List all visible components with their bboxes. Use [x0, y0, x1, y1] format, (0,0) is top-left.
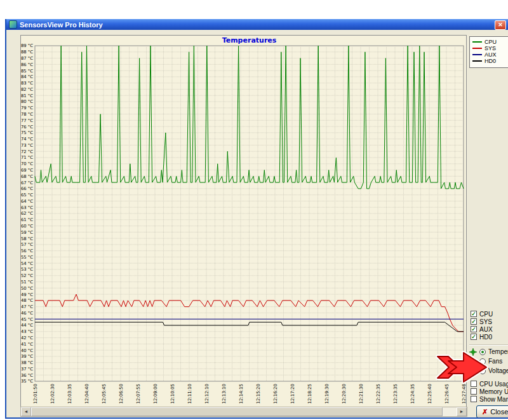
svg-text:12:13:10: 12:13:10	[222, 384, 227, 403]
svg-text:63 °C: 63 °C	[21, 205, 33, 210]
svg-text:89 °C: 89 °C	[21, 43, 33, 48]
radio-label: Fans	[488, 358, 502, 365]
svg-text:57 °C: 57 °C	[21, 242, 33, 247]
legend-label: SYS	[485, 45, 496, 51]
svg-text:12:17:20: 12:17:20	[290, 384, 295, 403]
cpu-checkbox[interactable]	[471, 311, 477, 317]
svg-text:12:23:35: 12:23:35	[393, 384, 398, 403]
svg-text:Temperatures: Temperatures	[222, 36, 277, 44]
svg-text:48 °C: 48 °C	[21, 298, 33, 303]
svg-text:12:18:25: 12:18:25	[307, 384, 312, 403]
checkbox-row-show-marks[interactable]: Show Marks	[471, 395, 508, 403]
svg-text:39 °C: 39 °C	[21, 354, 33, 359]
checkbox-row-hd0[interactable]: HD0	[471, 333, 493, 341]
svg-text:69 °C: 69 °C	[21, 168, 33, 173]
radio-label: Voltages	[488, 367, 508, 374]
close-button[interactable]: Close	[476, 405, 508, 418]
scroll-left-arrow-icon[interactable]	[21, 407, 31, 416]
svg-text:76 °C: 76 °C	[21, 125, 33, 130]
svg-text:60 °C: 60 °C	[21, 224, 33, 229]
temperature-history-chart: 35 °C36 °C37 °C38 °C39 °C40 °C41 °C42 °C…	[20, 35, 467, 407]
aux-line-swatch	[472, 54, 482, 55]
svg-text:12:04:40: 12:04:40	[84, 384, 90, 403]
svg-text:70 °C: 70 °C	[21, 161, 33, 166]
svg-text:77 °C: 77 °C	[21, 118, 33, 123]
svg-text:80 °C: 80 °C	[21, 99, 33, 104]
checkbox-label: AUX	[479, 326, 493, 333]
svg-text:12:27:48: 12:27:48	[462, 384, 467, 403]
svg-text:85 °C: 85 °C	[21, 69, 33, 74]
legend-item-sys: SYS	[472, 45, 508, 51]
svg-text:12:16:20: 12:16:20	[273, 384, 278, 403]
svg-text:12:24:35: 12:24:35	[410, 384, 415, 403]
svg-text:62 °C: 62 °C	[21, 211, 33, 216]
svg-text:74 °C: 74 °C	[21, 137, 33, 142]
svg-text:73 °C: 73 °C	[21, 143, 33, 148]
svg-text:12:20:30: 12:20:30	[342, 384, 347, 403]
svg-text:82 °C: 82 °C	[21, 87, 33, 92]
svg-text:42 °C: 42 °C	[21, 335, 33, 341]
svg-text:47 °C: 47 °C	[21, 304, 33, 309]
checkbox-label: SYS	[479, 318, 492, 325]
svg-text:46 °C: 46 °C	[21, 311, 33, 316]
checkbox-row-cpu[interactable]: CPU	[471, 310, 493, 318]
hd0-checkbox[interactable]	[471, 334, 477, 340]
svg-text:12:07:55: 12:07:55	[136, 384, 141, 403]
svg-text:51 °C: 51 °C	[21, 280, 33, 285]
svg-text:37 °C: 37 °C	[21, 367, 33, 372]
titlebar[interactable]: SensorsView Pro History	[6, 19, 508, 30]
checkbox-row-aux[interactable]: AUX	[471, 325, 493, 333]
svg-text:79 °C: 79 °C	[21, 105, 33, 111]
svg-text:55 °C: 55 °C	[21, 255, 33, 260]
red-arrow-annotation	[436, 349, 489, 386]
svg-text:59 °C: 59 °C	[21, 230, 33, 235]
svg-text:12:21:30: 12:21:30	[359, 384, 364, 403]
svg-text:43 °C: 43 °C	[21, 329, 33, 334]
checkbox-label: CPU	[479, 311, 493, 318]
close-x-icon	[482, 408, 488, 416]
aux-checkbox[interactable]	[471, 326, 477, 332]
svg-text:54 °C: 54 °C	[21, 261, 33, 266]
svg-text:45 °C: 45 °C	[21, 317, 33, 322]
radio-label: Temperatures	[488, 348, 508, 355]
chart-legend: CPU SYS AUX HD0	[469, 36, 508, 68]
svg-text:78 °C: 78 °C	[21, 112, 33, 117]
window-close-button[interactable]	[495, 20, 506, 30]
scrollbar-thumb[interactable]	[31, 407, 443, 416]
svg-text:84 °C: 84 °C	[21, 74, 33, 79]
svg-text:68 °C: 68 °C	[21, 174, 33, 179]
checkbox-row-sys[interactable]: SYS	[471, 318, 493, 325]
svg-text:44 °C: 44 °C	[21, 323, 33, 328]
checkbox-label: Show Marks	[479, 396, 508, 403]
svg-text:53 °C: 53 °C	[21, 267, 33, 272]
close-button-label: Close	[490, 408, 508, 416]
checkbox-label: Memory Usage	[479, 388, 508, 395]
sys-checkbox[interactable]	[471, 318, 477, 325]
legend-label: CPU	[485, 39, 497, 45]
svg-text:71 °C: 71 °C	[21, 155, 33, 160]
hd0-line-swatch	[472, 60, 482, 62]
legend-label: AUX	[485, 51, 497, 58]
chart-canvas: 35 °C36 °C37 °C38 °C39 °C40 °C41 °C42 °C…	[21, 36, 466, 407]
svg-text:12:05:45: 12:05:45	[102, 384, 107, 403]
chart-horizontal-scrollbar[interactable]	[20, 407, 467, 417]
scroll-right-arrow-icon[interactable]	[457, 407, 467, 416]
app-icon	[9, 20, 17, 29]
cpu-line-swatch	[472, 41, 482, 43]
sys-line-swatch	[472, 48, 482, 49]
svg-text:12:22:35: 12:22:35	[376, 384, 381, 403]
show-marks-checkbox[interactable]	[471, 396, 477, 402]
svg-text:12:01:50: 12:01:50	[33, 384, 38, 403]
legend-item-aux: AUX	[472, 51, 508, 58]
app-window: SensorsView Pro History 35 °C36 °C37 °C3…	[5, 19, 508, 419]
svg-text:61 °C: 61 °C	[21, 217, 33, 222]
legend-item-cpu: CPU	[472, 39, 508, 45]
window-title: SensorsView Pro History	[20, 21, 103, 29]
checkbox-row-memory-usage[interactable]: Memory Usage	[471, 388, 508, 395]
svg-text:65 °C: 65 °C	[21, 193, 33, 198]
svg-text:83 °C: 83 °C	[21, 81, 33, 86]
memory-usage-checkbox[interactable]	[471, 388, 477, 395]
svg-text:50 °C: 50 °C	[21, 286, 33, 291]
svg-text:12:25:40: 12:25:40	[427, 384, 432, 403]
svg-text:12:19:30: 12:19:30	[324, 384, 330, 403]
